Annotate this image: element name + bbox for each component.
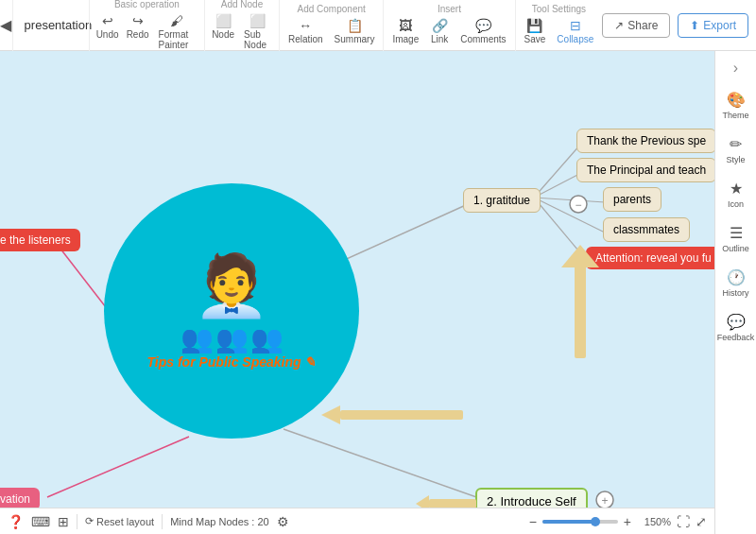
sidebar-item-feedback[interactable]: 💬 Feedback (715, 307, 756, 348)
classmates-node[interactable]: classmmates (603, 217, 690, 242)
zoom-slider[interactable] (542, 520, 618, 524)
principal-node[interactable]: The Principal and teach (576, 158, 714, 182)
sidebar-item-theme[interactable]: 🎨 Theme (715, 85, 756, 126)
collapse-icon: ⊟ (570, 18, 581, 33)
image-icon: 🖼 (399, 18, 412, 33)
svg-line-6 (57, 244, 109, 311)
zoom-controls: − + 150% ⛶ ⤢ (529, 514, 707, 529)
sidebar-item-history[interactable]: 🕐 History (715, 263, 756, 303)
section-basic-operation: Basic operation ↩ Undo ↪ Redo 🖌 Format P… (89, 0, 205, 51)
canvas: − + 🧑‍💼 👥 👥 👥 Tips for Public Speaking ✎… (0, 51, 714, 534)
style-icon: ✏ (730, 135, 742, 153)
separator-1 (77, 514, 77, 529)
gratitude-node[interactable]: 1. gratitdue (463, 188, 541, 213)
parents-node[interactable]: parents (603, 187, 662, 212)
redo-button[interactable]: ↪ Redo (124, 11, 152, 52)
central-node-title[interactable]: Tips for Public Speaking ✎ (147, 354, 317, 370)
format-painter-icon: 🖌 (170, 13, 183, 28)
sidebar-collapse-button[interactable]: › (723, 55, 749, 81)
toolbar-right: ↗ Share ⬆ Export (602, 13, 756, 38)
mind-map-nodes-label: Mind Map Nodes : 20 (170, 516, 269, 527)
svg-rect-14 (575, 264, 586, 358)
link-icon: 🔗 (432, 18, 448, 33)
svg-line-7 (47, 437, 189, 497)
svg-line-8 (284, 429, 482, 499)
sidebar-item-outline[interactable]: ☰ Outline (715, 218, 756, 259)
undo-button[interactable]: ↩ Undo (94, 11, 122, 52)
svg-line-2 (534, 173, 581, 198)
zoom-plus-button[interactable]: + (624, 514, 631, 529)
help-icon[interactable]: ❓ (8, 514, 24, 529)
section-label-toolsettings: Tool Settings (532, 4, 586, 14)
comments-button[interactable]: 💬 Comments (455, 16, 510, 46)
right-sidebar: › 🎨 Theme ✏ Style ★ Icon ☰ Outline 🕐 His… (714, 51, 756, 534)
comments-icon: 💬 (475, 18, 491, 33)
toolbar: ◀ presentation Basic operation ↩ Undo ↪ … (0, 0, 756, 51)
format-painter-button[interactable]: 🖌 Format Painter (154, 11, 201, 52)
node-button[interactable]: ⬜ Node (209, 11, 237, 52)
left-arrow-title (321, 401, 472, 429)
settings-icon[interactable]: ⚙ (277, 514, 289, 529)
outline-icon: ☰ (730, 224, 743, 242)
attention-node[interactable]: Attention: reveal you fu (586, 247, 714, 269)
node-icon: ⬜ (215, 13, 232, 28)
zoom-level: 150% (637, 516, 671, 527)
svg-text:+: + (601, 494, 608, 508)
section-label-basic: Basic operation (114, 0, 180, 9)
svg-line-1 (534, 144, 581, 198)
share-button[interactable]: ↗ Share (602, 13, 670, 38)
save-icon: 💾 (526, 18, 542, 33)
section-label-addnode: Add Node (221, 0, 263, 9)
redo-icon: ↪ (132, 13, 144, 28)
app-title: presentation (13, 18, 89, 32)
statusbar: ❓ ⌨ ⊞ ⟳ Reset layout Mind Map Nodes : 20… (0, 508, 714, 534)
listeners-node[interactable]: e the listeners (0, 229, 80, 251)
section-insert: Insert 🖼 Image 🔗 Link 💬 Comments (383, 0, 514, 51)
fullscreen-icon[interactable]: ⤢ (696, 514, 707, 529)
svg-point-11 (596, 491, 613, 508)
image-button[interactable]: 🖼 Image (387, 16, 423, 46)
sidebar-item-style[interactable]: ✏ Style (715, 129, 756, 170)
section-tool-settings: Tool Settings 💾 Save ⊟ Collapse (515, 0, 603, 51)
section-add-node: Add Node ⬜ Node ⬜ Sub Node (204, 0, 279, 51)
undo-icon: ↩ (102, 13, 113, 28)
relation-icon: ↔ (299, 18, 312, 33)
section-label-insert: Insert (438, 4, 461, 14)
svg-rect-16 (340, 410, 463, 420)
export-icon: ⬆ (690, 19, 699, 32)
zoom-minus-button[interactable]: − (529, 514, 537, 529)
svg-point-9 (570, 196, 587, 213)
icon-icon: ★ (730, 180, 743, 198)
summary-icon: 📋 (347, 18, 363, 33)
section-label-addcomponent: Add Component (298, 4, 366, 14)
keyboard-icon[interactable]: ⌨ (31, 514, 50, 529)
reset-layout-button[interactable]: ⟳ Reset layout (85, 515, 154, 527)
summary-button[interactable]: 📋 Summary (330, 16, 380, 46)
share-icon: ↗ (614, 19, 624, 32)
link-button[interactable]: 🔗 Link (425, 16, 454, 46)
separator-2 (162, 514, 163, 529)
sidebar-item-icon[interactable]: ★ Icon (715, 174, 756, 215)
section-add-component: Add Component ↔ Relation 📋 Summary (279, 0, 384, 51)
svg-line-5 (534, 198, 588, 262)
thank-node[interactable]: Thank the Previous spe (576, 129, 714, 153)
speaker-illustration: 🧑‍💼 (194, 252, 269, 319)
relation-button[interactable]: ↔ Relation (284, 16, 328, 46)
grid-icon[interactable]: ⊞ (58, 514, 69, 529)
svg-line-4 (534, 198, 605, 233)
svg-line-3 (534, 198, 605, 202)
zoom-slider-fill (542, 520, 595, 524)
back-icon: ◀ (0, 16, 11, 34)
fit-screen-icon[interactable]: ⛶ (677, 514, 690, 529)
central-node[interactable]: 🧑‍💼 👥 👥 👥 Tips for Public Speaking ✎ (104, 183, 359, 439)
collapse-button[interactable]: ⊟ Collapse (552, 16, 598, 46)
back-button[interactable]: ◀ (0, 0, 13, 51)
sub-node-icon: ⬜ (249, 13, 266, 28)
zoom-slider-thumb (591, 517, 600, 526)
feedback-icon: 💬 (727, 313, 746, 331)
audience-illustration: 👥 👥 👥 (180, 323, 284, 354)
sub-node-button[interactable]: ⬜ Sub Node (239, 11, 275, 52)
save-button[interactable]: 💾 Save (520, 16, 551, 46)
export-button[interactable]: ⬆ Export (678, 13, 748, 38)
theme-icon: 🎨 (727, 91, 746, 109)
